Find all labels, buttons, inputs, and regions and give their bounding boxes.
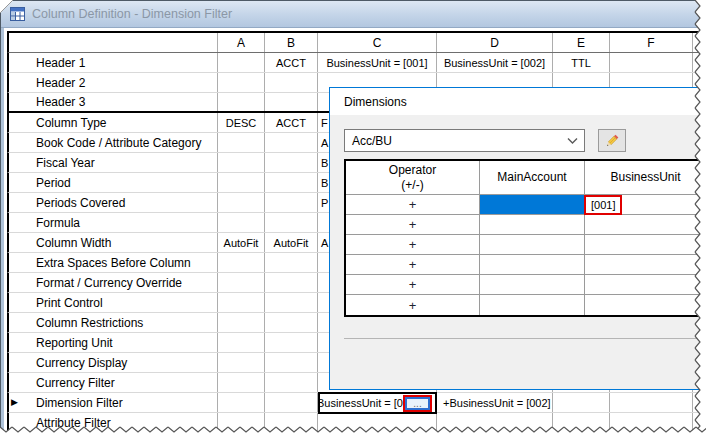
row-label: Column Width — [9, 233, 218, 252]
operator-column-header: Operator (+/-) — [346, 161, 480, 194]
grid-cell[interactable] — [218, 93, 265, 111]
mainaccount-cell[interactable] — [480, 295, 585, 315]
grid-cell[interactable] — [265, 313, 318, 332]
dialog-title: Dimensions — [330, 88, 706, 115]
dimension-filter-next-cell[interactable]: +BusinessUnit = [002] — [437, 392, 607, 413]
column-letter[interactable]: C — [318, 33, 437, 52]
grid-cell[interactable] — [265, 213, 318, 232]
pencil-icon — [604, 133, 620, 149]
dimensions-grid-row: + [001] — [346, 195, 706, 215]
grid-cell[interactable] — [265, 73, 318, 92]
operator-cell[interactable]: + — [346, 195, 480, 214]
row-label: Fiscal Year — [9, 153, 218, 172]
row-label: Currency Display — [9, 353, 218, 372]
grid-cell[interactable]: DESC — [218, 113, 265, 132]
window-title: Column Definition - Dimension Filter — [32, 7, 232, 21]
grid-cell[interactable] — [265, 373, 318, 392]
grid-cell[interactable] — [218, 353, 265, 372]
mainaccount-column-header: MainAccount — [480, 161, 585, 194]
operator-cell[interactable]: + — [346, 275, 480, 294]
active-row-indicator-icon: ▶ — [11, 397, 18, 407]
column-letter[interactable]: F — [610, 33, 693, 52]
operator-cell[interactable]: + — [346, 255, 480, 274]
grid-cell[interactable] — [218, 373, 265, 392]
dimensions-grid-row: + — [346, 215, 706, 235]
row-label: Header 3 — [9, 93, 218, 111]
mainaccount-cell[interactable] — [480, 255, 585, 274]
grid-cell[interactable]: AutoFit — [218, 233, 265, 252]
grid-cell[interactable]: BusinessUnit = [002] — [437, 53, 553, 72]
mainaccount-cell[interactable] — [480, 275, 585, 294]
businessunit-cell[interactable] — [585, 235, 706, 254]
grid-cell[interactable] — [265, 253, 318, 272]
grid-cell[interactable] — [265, 133, 318, 152]
ellipsis-button[interactable]: ... — [405, 397, 430, 410]
grid-row-header-1: Header 1 ACCT BusinessUnit = [001] Busin… — [7, 53, 706, 73]
businessunit-cell[interactable] — [585, 215, 706, 234]
highlight-box: [001] — [584, 195, 622, 215]
businessunit-cell[interactable]: [001] — [585, 195, 706, 214]
grid-cell[interactable] — [265, 93, 318, 111]
grid-cell[interactable] — [218, 293, 265, 312]
title-bar: Column Definition - Dimension Filter — [1, 1, 705, 28]
column-header-row: A B C D E F — [7, 33, 706, 53]
grid-cell[interactable] — [218, 213, 265, 232]
row-label: Column Restrictions — [9, 313, 218, 332]
grid-cell[interactable]: AutoFit — [265, 233, 318, 252]
column-letter[interactable]: B — [265, 33, 318, 52]
businessunit-cell[interactable] — [585, 255, 706, 274]
businessunit-cell[interactable] — [585, 275, 706, 294]
grid-cell[interactable] — [265, 353, 318, 372]
businessunit-cell[interactable] — [585, 295, 706, 315]
row-label: Column Type — [9, 113, 218, 132]
grid-cell[interactable]: ACCT — [265, 53, 318, 72]
column-letter[interactable]: E — [553, 33, 610, 52]
grid-cell[interactable] — [610, 53, 693, 72]
grid-cell[interactable]: BusinessUnit = [001] — [318, 53, 437, 72]
grid-cell[interactable] — [218, 173, 265, 192]
corner-cell — [9, 33, 218, 52]
operator-cell[interactable]: + — [346, 295, 480, 315]
grid-cell[interactable] — [218, 273, 265, 292]
edit-dimension-set-button[interactable] — [598, 129, 626, 152]
dimension-filter-active-cell[interactable]: BusinessUnit = [001] ... — [318, 392, 437, 414]
grid-cell[interactable] — [218, 153, 265, 172]
grid-cell[interactable] — [218, 53, 265, 72]
row-label: Header 1 — [9, 53, 218, 72]
row-label: Extra Spaces Before Column — [9, 253, 218, 272]
torn-edge-right — [690, 0, 706, 438]
grid-cell[interactable] — [265, 173, 318, 192]
screenshot-root: Column Definition - Dimension Filter A B… — [0, 0, 706, 438]
grid-cell[interactable] — [265, 153, 318, 172]
grid-cell[interactable] — [218, 73, 265, 92]
grid-cell[interactable] — [218, 253, 265, 272]
grid-cell[interactable] — [218, 393, 265, 412]
grid-cell[interactable]: ACCT — [265, 113, 318, 132]
operator-cell[interactable]: + — [346, 215, 480, 234]
mainaccount-cell[interactable] — [480, 235, 585, 254]
dimensions-dialog: Dimensions Acc/BU Operator (+/-) Ma — [329, 87, 706, 390]
dimension-set-combobox[interactable]: Acc/BU — [344, 129, 585, 152]
grid-cell[interactable] — [265, 293, 318, 312]
grid-cell[interactable] — [218, 193, 265, 212]
column-letter[interactable]: A — [218, 33, 265, 52]
grid-cell[interactable] — [218, 313, 265, 332]
grid-cell[interactable] — [265, 273, 318, 292]
grid-cell[interactable] — [265, 193, 318, 212]
dimensions-grid-header: Operator (+/-) MainAccount BusinessUnit — [346, 161, 706, 195]
dialog-separator — [344, 338, 706, 339]
highlight-box: ... — [403, 395, 432, 412]
mainaccount-cell[interactable] — [480, 215, 585, 234]
column-letter[interactable]: D — [437, 33, 553, 52]
grid-cell[interactable] — [218, 333, 265, 352]
mainaccount-cell-selected[interactable] — [480, 195, 585, 214]
window-frame — [1, 28, 4, 438]
row-label: Reporting Unit — [9, 333, 218, 352]
grid-cell[interactable] — [265, 333, 318, 352]
operator-cell[interactable]: + — [346, 235, 480, 254]
grid-cell[interactable] — [218, 133, 265, 152]
grid-cell[interactable]: TTL — [553, 53, 610, 72]
row-label: Header 2 — [9, 73, 218, 92]
grid-cell[interactable] — [265, 393, 318, 412]
grid-cell[interactable] — [610, 393, 693, 412]
